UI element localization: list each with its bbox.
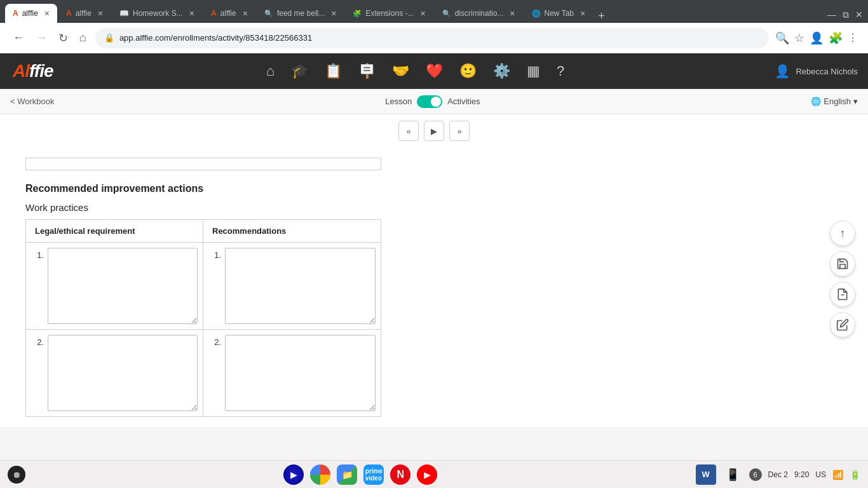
tab-close-4[interactable]: ×: [243, 8, 248, 18]
pdf-button[interactable]: [830, 281, 855, 307]
improvement-table: Legal/ethical requirement Recommendation…: [25, 219, 381, 417]
row-2-number: 2.: [31, 335, 44, 347]
tab-close-3[interactable]: ×: [189, 8, 194, 18]
legal-textarea-2[interactable]: [48, 335, 198, 411]
browser-profile-icon[interactable]: 👤: [810, 31, 824, 45]
row-1-rec-number: 1.: [208, 248, 221, 260]
tab-title-8: New Tab: [545, 9, 574, 18]
table-cell-legal-1: 1.: [26, 243, 203, 329]
tab-favicon-4: A: [211, 9, 217, 18]
browser-extension-icon[interactable]: 🧩: [829, 31, 843, 45]
row-1-number: 1.: [31, 248, 44, 260]
nav-heart-icon[interactable]: ❤️: [419, 58, 449, 85]
tab-title-7: discriminatio...: [455, 9, 504, 18]
user-avatar-icon: 👤: [775, 64, 790, 79]
fast-forward-button[interactable]: »: [449, 121, 470, 141]
table-row-2: 2. 2.: [26, 330, 381, 416]
browser-tab-8[interactable]: 🌐 New Tab ×: [524, 4, 593, 23]
table-cell-legal-2: 2.: [26, 330, 203, 416]
tab-favicon-2: A: [66, 9, 72, 18]
language-text: English: [824, 97, 851, 106]
nav-clipboard-icon[interactable]: 📋: [318, 58, 348, 85]
main-content: Recommended improvement actions Work pra…: [0, 147, 868, 427]
browser-tab-5[interactable]: 🔍 feed me bell... ×: [257, 4, 344, 23]
tab-title-1: alffie: [22, 9, 38, 18]
tab-title-5: feed me bell...: [277, 9, 325, 18]
lesson-label: Lesson: [385, 97, 412, 106]
toolbar: < Workbook Lesson Activities 🌐 English ▾: [0, 89, 868, 114]
play-button[interactable]: ▶: [424, 121, 444, 141]
nav-gear-icon[interactable]: ⚙️: [487, 58, 517, 85]
recommendation-textarea-2[interactable]: [225, 335, 376, 411]
nav-home-icon[interactable]: ⌂: [260, 58, 281, 85]
app-logo[interactable]: Alffie: [0, 61, 66, 81]
recommendation-textarea-1[interactable]: [225, 248, 376, 324]
nav-back-button[interactable]: ←: [10, 29, 27, 47]
nav-refresh-button[interactable]: ↻: [56, 29, 71, 48]
tab-close-7[interactable]: ×: [510, 8, 515, 18]
tab-close-8[interactable]: ×: [580, 8, 585, 18]
tab-favicon-3: 📖: [119, 9, 129, 18]
tab-title-3: Homework S...: [133, 9, 183, 18]
close-button[interactable]: ✕: [855, 10, 863, 20]
legal-textarea-1[interactable]: [48, 248, 198, 324]
activities-label: Activities: [447, 97, 480, 106]
tab-close-6[interactable]: ×: [420, 8, 425, 18]
nav-grid-icon[interactable]: ▦: [520, 58, 546, 85]
tab-title-6: Extensions -...: [365, 9, 414, 18]
rewind-button[interactable]: «: [398, 121, 419, 141]
address-bar: ← → ↻ ⌂ 🔒 app.alffie.com/enrollments/act…: [0, 23, 868, 53]
tab-title-2: alffie: [76, 9, 92, 18]
playback-controls: « ▶ »: [0, 114, 868, 147]
table-header: Legal/ethical requirement Recommendation…: [26, 220, 381, 243]
tab-close-2[interactable]: ×: [98, 8, 103, 18]
minimize-button[interactable]: —: [827, 10, 836, 20]
url-lock-icon: 🔒: [104, 33, 114, 43]
maximize-button[interactable]: ⧉: [843, 10, 849, 20]
tab-close-5[interactable]: ×: [331, 8, 336, 18]
work-practices-title: Work practices: [25, 202, 843, 213]
recommended-title: Recommended improvement actions: [25, 183, 843, 194]
browser-star-icon[interactable]: ☆: [794, 31, 804, 45]
header-legal: Legal/ethical requirement: [26, 220, 203, 242]
tab-close-1[interactable]: ×: [44, 8, 50, 18]
nav-icons: ⌂ 🎓 📋 🪧 🤝 ❤️ 🙂 ⚙️ ▦ ?: [260, 58, 571, 85]
nav-face-icon[interactable]: 🙂: [453, 58, 483, 85]
nav-help-icon[interactable]: ?: [550, 58, 571, 85]
nav-home-button[interactable]: ⌂: [77, 29, 89, 47]
table-cell-rec-1: 1.: [203, 243, 381, 329]
language-selector[interactable]: 🌐 English ▾: [811, 97, 858, 106]
save-button[interactable]: [830, 251, 855, 276]
logo-text: Alffie: [13, 61, 53, 81]
lesson-activities-toggle[interactable]: [417, 95, 442, 108]
url-text: app.alffie.com/enrollments/activity/8534…: [119, 33, 312, 43]
language-chevron-icon: ▾: [853, 97, 858, 106]
tab-favicon-5: 🔍: [264, 10, 273, 18]
nav-graduation-icon[interactable]: 🎓: [285, 58, 315, 85]
browser-tab-1[interactable]: A alffie ×: [5, 4, 57, 23]
tab-favicon-6: 🧩: [353, 10, 362, 18]
nav-signpost-icon[interactable]: 🪧: [352, 58, 382, 85]
browser-tab-7[interactable]: 🔍 discriminatio... ×: [435, 4, 523, 23]
browser-menu-icon[interactable]: ⋮: [848, 32, 858, 44]
new-tab-button[interactable]: +: [594, 10, 609, 23]
edit-button[interactable]: [830, 312, 855, 337]
lesson-toggle-area: Lesson Activities: [385, 95, 480, 108]
browser-tab-4[interactable]: A alffie ×: [203, 4, 255, 23]
browser-search-icon[interactable]: 🔍: [775, 31, 789, 45]
top-input-area: [25, 158, 843, 170]
scroll-up-button[interactable]: ↑: [830, 220, 855, 246]
browser-tab-2[interactable]: A alffie ×: [58, 4, 111, 23]
workbook-link[interactable]: < Workbook: [10, 97, 55, 106]
top-input-strip: [25, 158, 381, 170]
url-bar[interactable]: 🔒 app.alffie.com/enrollments/activity/85…: [95, 28, 769, 48]
nav-forward-button[interactable]: →: [33, 29, 50, 47]
table-cell-rec-2: 2.: [203, 330, 381, 416]
browser-tab-6[interactable]: 🧩 Extensions -... ×: [345, 4, 433, 23]
tab-title-4: alffie: [220, 9, 236, 18]
user-area[interactable]: 👤 Rebecca Nichols: [764, 64, 868, 79]
work-practices-section: Work practices Legal/ethical requirement…: [25, 202, 843, 417]
tab-favicon-1: A: [13, 9, 18, 18]
browser-tab-3[interactable]: 📖 Homework S... ×: [112, 4, 202, 23]
nav-handshake-icon[interactable]: 🤝: [386, 58, 416, 85]
